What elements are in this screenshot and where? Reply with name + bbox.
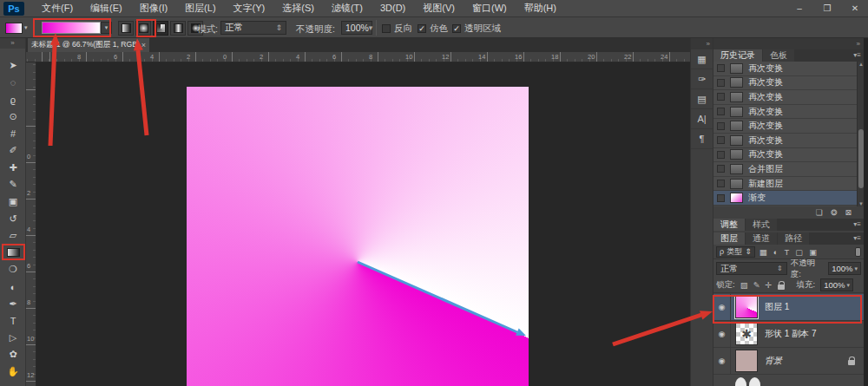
history-step[interactable]: 再次变换 <box>713 105 857 120</box>
layer-row-background[interactable]: ◉ 背景 <box>713 348 864 375</box>
history-source-checkbox[interactable] <box>717 136 725 144</box>
layer-thumbnail[interactable] <box>735 296 758 318</box>
crop-tool[interactable]: # <box>0 125 26 142</box>
angle-gradient-button[interactable] <box>153 21 168 36</box>
layer-name[interactable]: 背景 <box>765 355 782 367</box>
transparency-checkbox[interactable]: ✓ 透明区域 <box>452 23 501 35</box>
new-snapshot-icon[interactable]: ❂ <box>831 208 838 217</box>
panel-dock-collapse-icon[interactable]: » <box>713 38 864 49</box>
vertical-ruler[interactable]: 0246810121416 <box>26 62 36 386</box>
menu-layer[interactable]: 图层(L) <box>176 0 224 16</box>
zoom-tool[interactable]: ◎ <box>0 380 26 386</box>
history-step[interactable]: 再次变换 <box>713 119 857 134</box>
menu-select[interactable]: 选择(S) <box>273 0 323 16</box>
history-source-checkbox[interactable] <box>717 180 725 187</box>
menu-file[interactable]: 文件(F) <box>33 0 82 16</box>
layers-opacity-select[interactable]: 100% ▾ <box>828 262 861 275</box>
canvas[interactable] <box>187 87 529 386</box>
minimize-button[interactable]: – <box>793 3 806 13</box>
lasso-tool[interactable]: ϱ <box>0 91 26 108</box>
lock-position-icon[interactable]: ✛ <box>766 280 773 290</box>
tab-layers[interactable]: 图层 <box>713 232 745 245</box>
visibility-eye-icon[interactable]: ◉ <box>713 294 731 320</box>
visibility-eye-icon[interactable]: ◉ <box>713 348 731 374</box>
filter-toggle[interactable] <box>855 247 861 257</box>
panel-menu-icon[interactable]: ▾≡ <box>853 234 861 242</box>
menu-image[interactable]: 图像(I) <box>131 0 176 16</box>
gradient-tool[interactable]: ▬ <box>0 245 26 262</box>
layer-row-partial[interactable] <box>713 375 864 386</box>
dither-checkbox[interactable]: ✓ 仿色 <box>418 23 448 35</box>
history-source-checkbox[interactable] <box>717 122 725 130</box>
fill-select[interactable]: 100% ▾ <box>820 278 853 291</box>
panel-menu-icon[interactable]: ▾≡ <box>853 220 861 228</box>
close-button[interactable]: ✕ <box>849 3 861 13</box>
history-step[interactable]: 再次变换 <box>713 76 857 91</box>
history-step[interactable]: 再次变换 <box>713 90 857 105</box>
tab-styles[interactable]: 样式 <box>746 219 777 231</box>
layer-filter-kind-select[interactable]: ρ 类型 ⇕ <box>716 246 755 258</box>
brush-presets-panel-icon[interactable]: ✑ <box>691 69 713 89</box>
history-step[interactable]: 再次变换 <box>713 134 857 148</box>
history-step[interactable]: 再次变换 <box>713 148 857 163</box>
reflected-gradient-button[interactable] <box>170 21 186 36</box>
toolbar-collapse-icon[interactable]: » <box>0 38 25 49</box>
marquee-tool[interactable]: ◌ <box>0 75 26 92</box>
lock-transparent-pixels-icon[interactable]: ▨ <box>740 280 748 290</box>
menu-help[interactable]: 帮助(H) <box>516 0 565 16</box>
tab-history[interactable]: 历史记录 <box>713 49 762 62</box>
dock-collapse-icon[interactable]: » <box>691 38 713 49</box>
layer-thumbnail[interactable] <box>735 350 758 372</box>
history-scrollbar[interactable]: ▲ ▼ <box>857 62 864 206</box>
clone-source-panel-icon[interactable]: ▤ <box>691 89 713 109</box>
history-step[interactable]: 合并图层 <box>713 162 857 177</box>
quick-selection-tool[interactable]: ⊙ <box>0 108 26 126</box>
gradient-preview[interactable] <box>42 22 101 34</box>
tab-paths[interactable]: 路径 <box>778 232 809 245</box>
document-tab[interactable]: 未标题-1 @ 66.7%(图层 1, RGB/8) * × <box>28 38 149 52</box>
pasteboard[interactable] <box>36 62 690 386</box>
history-brush-tool[interactable]: ↺ <box>0 210 26 227</box>
eyedropper-tool[interactable]: ✐ <box>0 142 26 160</box>
radial-gradient-button[interactable] <box>135 21 151 36</box>
history-source-checkbox[interactable] <box>717 79 725 87</box>
lock-all-icon[interactable] <box>778 285 785 290</box>
layer-thumbnail[interactable]: ✱ <box>735 323 758 345</box>
blend-mode-select[interactable]: 正常 ⇕ <box>220 21 286 35</box>
layer-row-layer-1[interactable]: ◉ 图层 1 <box>713 294 864 321</box>
new-document-from-state-icon[interactable]: ❏ <box>816 208 823 217</box>
horizontal-ruler[interactable]: 864202468101214161820222426 <box>26 52 690 62</box>
filter-pixel-layers-icon[interactable]: ▦ <box>760 247 767 257</box>
healing-brush-tool[interactable]: ✚ <box>0 160 26 177</box>
hand-tool[interactable]: ✋ <box>0 363 26 381</box>
reverse-checkbox[interactable]: 反向 <box>382 23 412 35</box>
history-source-checkbox[interactable] <box>717 93 725 101</box>
history-source-checkbox[interactable] <box>717 108 725 115</box>
brush-tool[interactable]: ✎ <box>0 176 26 193</box>
menu-view[interactable]: 视图(V) <box>414 0 464 16</box>
linear-gradient-button[interactable] <box>118 21 134 36</box>
tool-preset-picker[interactable]: ▾ <box>5 21 35 35</box>
menu-type[interactable]: 文字(Y) <box>225 0 274 16</box>
swatches-panel-icon[interactable]: ▦ <box>691 49 713 69</box>
dodge-tool[interactable]: ◐ <box>0 278 26 296</box>
history-source-checkbox[interactable] <box>717 151 725 159</box>
menu-edit[interactable]: 编辑(E) <box>82 0 131 16</box>
history-step[interactable]: 再次变换 <box>713 62 857 76</box>
panel-menu-icon[interactable]: ▾≡ <box>853 51 861 59</box>
tab-swatches[interactable]: 色板 <box>763 49 794 62</box>
restore-button[interactable]: ❐ <box>821 3 833 13</box>
layers-blend-mode-select[interactable]: 正常 ⇕ <box>716 262 787 275</box>
gradient-picker-dropdown[interactable]: ▾ <box>101 22 112 34</box>
history-source-checkbox[interactable] <box>717 165 725 173</box>
layer-row-shape-copy[interactable]: ◉ ✱ 形状 1 副本 7 <box>713 321 864 348</box>
paragraph-panel-icon[interactable]: ¶ <box>691 129 713 149</box>
history-source-checkbox[interactable] <box>717 64 725 72</box>
tab-adjustments[interactable]: 调整 <box>713 219 745 231</box>
tab-channels[interactable]: 通道 <box>746 232 777 245</box>
clone-stamp-tool[interactable]: ▣ <box>0 193 26 211</box>
pen-tool[interactable]: ✒ <box>0 295 26 312</box>
menu-filter[interactable]: 滤镜(T) <box>323 0 372 16</box>
layer-name[interactable]: 图层 1 <box>765 301 789 313</box>
opacity-select[interactable]: 100% ▾ <box>341 21 372 35</box>
